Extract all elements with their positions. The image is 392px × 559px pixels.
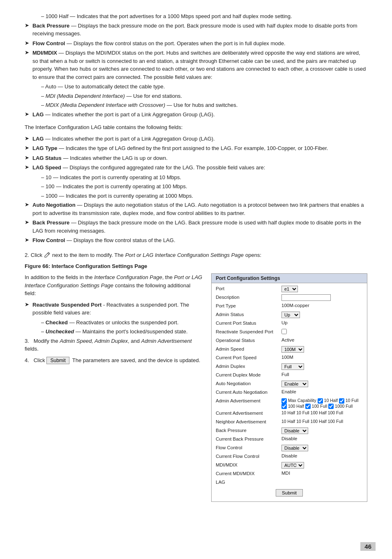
config-label: Admin Advertisement bbox=[216, 398, 281, 403]
config-row-current-duplex: Current Duplex Mode Full bbox=[216, 372, 363, 379]
bullet-label: LAG Type bbox=[32, 145, 57, 151]
config-label: Port bbox=[216, 286, 281, 291]
bullet-label: LAG bbox=[32, 136, 44, 142]
left-col-intro: In addition to the fields in the Interfa… bbox=[25, 273, 203, 298]
flow-control-select[interactable]: Disable bbox=[281, 445, 308, 451]
config-label: Current Port Status bbox=[216, 320, 281, 326]
auto-neg-select[interactable]: Enable bbox=[281, 381, 308, 387]
config-value[interactable] bbox=[281, 294, 363, 301]
config-label: Back Pressure bbox=[216, 427, 281, 433]
bullet-arrow: ➤ bbox=[25, 145, 29, 151]
config-value: Up bbox=[281, 320, 363, 325]
config-row-flow-control: Flow Control Disable bbox=[216, 445, 363, 452]
config-row-back-pressure: Back Pressure Disable bbox=[216, 427, 363, 435]
pencil-icon bbox=[44, 252, 51, 258]
adv-10h[interactable]: 10 Half bbox=[318, 398, 338, 403]
adv-max-cap[interactable]: Max Capability bbox=[281, 398, 316, 403]
bullet-text: Flow Control — Displays the flow control… bbox=[32, 236, 367, 245]
page-number: 46 bbox=[360, 542, 376, 551]
bullet-text: Auto Negotiation — Displays the auto neg… bbox=[32, 201, 367, 217]
bullet-reactivate: ➤ Reactivate Suspended Port - Reactivate… bbox=[25, 301, 203, 317]
panel-body: Port e1 Description bbox=[212, 283, 367, 501]
config-row-current-auto-neg: Current Auto Negotiation Enable bbox=[216, 389, 363, 397]
adv-max-cap-cb[interactable] bbox=[281, 398, 287, 404]
adv-10f[interactable]: 10 Full bbox=[339, 398, 358, 403]
adv-100f[interactable]: 100 Full bbox=[305, 404, 327, 409]
bullet-label: LAG Status bbox=[32, 155, 62, 161]
mdimix-select[interactable]: AUTO bbox=[281, 462, 304, 469]
config-row-current-port-status: Current Port Status Up bbox=[216, 320, 363, 328]
adv-10f-cb[interactable] bbox=[339, 398, 344, 404]
description-input[interactable] bbox=[281, 294, 331, 301]
bullet-text: LAG — Indicates whether the port is part… bbox=[32, 111, 367, 119]
config-label: Auto Negotiation bbox=[216, 381, 281, 386]
reactivate-checkbox[interactable] bbox=[281, 329, 287, 334]
bullet-text: Reactivate Suspended Port - Reactivates … bbox=[32, 301, 203, 317]
adv-100h-cb[interactable] bbox=[281, 404, 287, 409]
reactivate-unchecked: – Unchecked — Maintains the port's locke… bbox=[41, 328, 203, 336]
port-select[interactable]: e1 bbox=[281, 286, 298, 292]
config-label: Admin Speed bbox=[216, 346, 281, 351]
bullet-arrow: ➤ bbox=[25, 22, 29, 28]
step-3: 3. Modify the Admin Speed, Admin Duplex,… bbox=[25, 337, 203, 353]
submit-inline-button[interactable]: Submit bbox=[46, 357, 69, 364]
bullet-text: LAG — Indicates whether the port is part… bbox=[32, 135, 367, 143]
bullet-arrow: ➤ bbox=[25, 201, 29, 208]
bullet-flow-control-lag: ➤ Flow Control — Displays the flow contr… bbox=[25, 236, 367, 245]
bullet-arrow: ➤ bbox=[25, 111, 29, 117]
config-value: 100M bbox=[281, 355, 363, 360]
config-value[interactable]: Max Capability 10 Half 10 Full 100 Half … bbox=[281, 398, 363, 409]
port-config-panel: Port Configuration Settings Port e1 De bbox=[211, 273, 367, 502]
config-row-admin-duplex: Admin Duplex Full bbox=[216, 363, 363, 371]
adv-10h-cb[interactable] bbox=[318, 398, 323, 404]
bullet-text: MDI/MDIX — Displays the MDI/MDIX status … bbox=[32, 49, 367, 81]
bullet-label: LAG bbox=[32, 111, 44, 118]
bullet-arrow: ➤ bbox=[25, 49, 29, 55]
config-value: Enable bbox=[281, 389, 363, 394]
config-label: Current Duplex Mode bbox=[216, 372, 281, 377]
step-2: 2. Click next to the item to modify. The… bbox=[25, 251, 367, 259]
bullet-arrow: ➤ bbox=[25, 155, 29, 161]
config-row-description: Description bbox=[216, 294, 363, 302]
submit-button[interactable]: Submit bbox=[276, 489, 303, 497]
mdimix-sub-2: – MDIX (Media Dependent Interface with C… bbox=[41, 101, 367, 109]
step2-italic: Port or LAG Interface Configuration Sett… bbox=[125, 251, 244, 259]
bullet-arrow: ➤ bbox=[25, 237, 29, 243]
config-value: Active bbox=[281, 337, 363, 342]
config-value: Disable bbox=[281, 453, 363, 458]
adv-100h[interactable]: 100 Half bbox=[281, 404, 304, 409]
step2-text-after: next to the item to modify. The bbox=[52, 251, 124, 259]
bullet-arrow: ➤ bbox=[25, 135, 29, 141]
config-value[interactable]: Up bbox=[281, 312, 363, 318]
config-value[interactable]: Disable bbox=[281, 427, 363, 434]
admin-status-select[interactable]: Up bbox=[281, 312, 300, 318]
back-pressure-select[interactable]: Disable bbox=[281, 427, 308, 434]
config-value[interactable]: e1 bbox=[281, 286, 363, 292]
bullet-back-pressure-lag: ➤ Back Pressure — Displays the back pres… bbox=[25, 219, 367, 235]
config-value[interactable]: Disable bbox=[281, 445, 363, 451]
config-row-current-back-pressure: Current Back Pressure Disable bbox=[216, 436, 363, 444]
config-value[interactable]: 100M bbox=[281, 346, 363, 353]
config-label: Current Advertisement bbox=[216, 410, 281, 416]
left-column: In addition to the fields in the Interfa… bbox=[25, 273, 203, 502]
adv-100f-cb[interactable] bbox=[305, 404, 311, 409]
adv-1000f[interactable]: 1000 Full bbox=[328, 404, 353, 409]
mdimix-sub-1: – MDI (Media Dependent Interface) — Use … bbox=[41, 92, 367, 100]
page-content: – 1000 Half — Indicates that the port ad… bbox=[0, 0, 392, 527]
config-row-admin-status: Admin Status Up bbox=[216, 312, 363, 319]
adv-1000f-cb[interactable] bbox=[328, 404, 334, 409]
bullet-label: Flow Control bbox=[32, 237, 65, 243]
config-label: Flow Control bbox=[216, 445, 281, 450]
config-value[interactable] bbox=[281, 329, 363, 334]
config-row-current-adv: Current Advertisement 10 Half 10 Full 10… bbox=[216, 410, 363, 418]
config-value[interactable]: Enable bbox=[281, 381, 363, 387]
config-value: 100M-copper bbox=[281, 303, 363, 308]
bullet-lag-type: ➤ LAG Type — Indicates the type of LAG d… bbox=[25, 144, 367, 152]
config-value[interactable]: AUTO bbox=[281, 462, 363, 469]
config-value[interactable]: Full bbox=[281, 363, 363, 370]
bullet-lag-status: ➤ LAG Status — Indicates whether the LAG… bbox=[25, 154, 367, 162]
admin-duplex-select[interactable]: Full bbox=[281, 363, 304, 370]
panel-title: Port Configuration Settings bbox=[212, 274, 367, 283]
admin-speed-select[interactable]: 100M bbox=[281, 346, 304, 353]
bullet-arrow: ➤ bbox=[25, 301, 29, 307]
